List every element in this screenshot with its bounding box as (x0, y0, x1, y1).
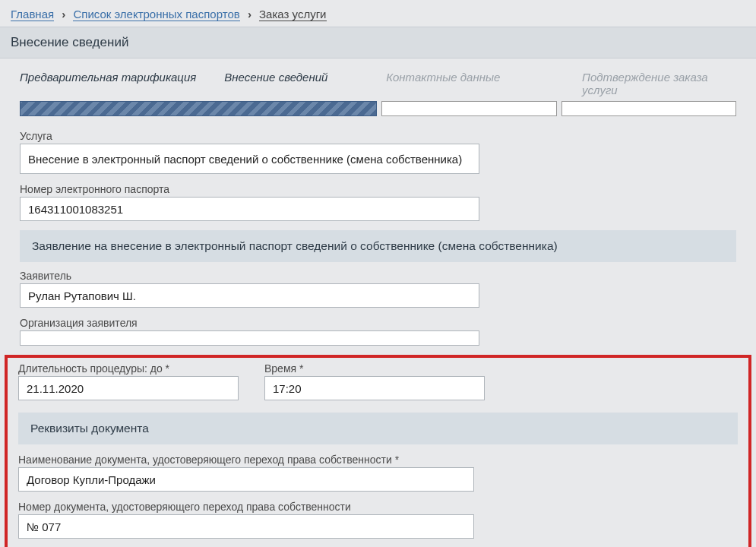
passport-field[interactable]: 164311001083251 (20, 197, 479, 221)
docname-label: Наименование документа, удостоверяющего … (18, 454, 738, 466)
org-label: Организация заявителя (20, 317, 736, 329)
step-confirm: Подтверждение заказа услуги (582, 71, 736, 96)
progress-bar (20, 101, 736, 116)
step-tariff[interactable]: Предварительная тарификация (20, 71, 217, 96)
step-contacts: Контактные данные (386, 71, 574, 96)
page-title: Внесение сведений (0, 27, 756, 58)
progress-seg-empty (561, 101, 736, 116)
duration-field[interactable]: 21.11.2020 (18, 376, 239, 400)
chevron-right-icon: › (62, 8, 65, 21)
wizard-steps: Предварительная тарификация Внесение све… (20, 71, 736, 96)
progress-seg-filled (20, 101, 377, 116)
breadcrumb: Главная › Список электронных паспортов ›… (0, 0, 756, 27)
org-field[interactable] (20, 330, 479, 346)
section-document: Реквизиты документа (18, 413, 738, 444)
applicant-field[interactable]: Рулан Рутапович Ш. (20, 283, 479, 308)
duration-label: Длительность процедуры: до * (18, 362, 239, 375)
breadcrumb-home[interactable]: Главная (11, 8, 54, 21)
step-info[interactable]: Внесение сведений (224, 71, 378, 96)
service-field[interactable]: Внесение в электронный паспорт сведений … (20, 144, 479, 174)
service-label: Услуга (20, 130, 736, 142)
chevron-right-icon: › (248, 8, 251, 21)
time-label: Время * (264, 362, 485, 375)
time-field[interactable]: 17:20 (264, 376, 485, 400)
applicant-label: Заявитель (20, 270, 736, 282)
docnum-field[interactable]: № 077 (18, 514, 474, 539)
breadcrumb-current: Заказ услуги (259, 8, 326, 21)
progress-seg-empty (381, 101, 556, 116)
passport-label: Номер электронного паспорта (20, 183, 736, 195)
docnum-label: Номер документа, удостоверяющего переход… (18, 501, 738, 513)
breadcrumb-list[interactable]: Список электронных паспортов (73, 8, 239, 21)
docname-field[interactable]: Договор Купли-Продажи (18, 467, 474, 492)
highlight-box: Длительность процедуры: до * 21.11.2020 … (5, 355, 751, 547)
section-application: Заявление на внесение в электронный пасп… (20, 230, 736, 262)
